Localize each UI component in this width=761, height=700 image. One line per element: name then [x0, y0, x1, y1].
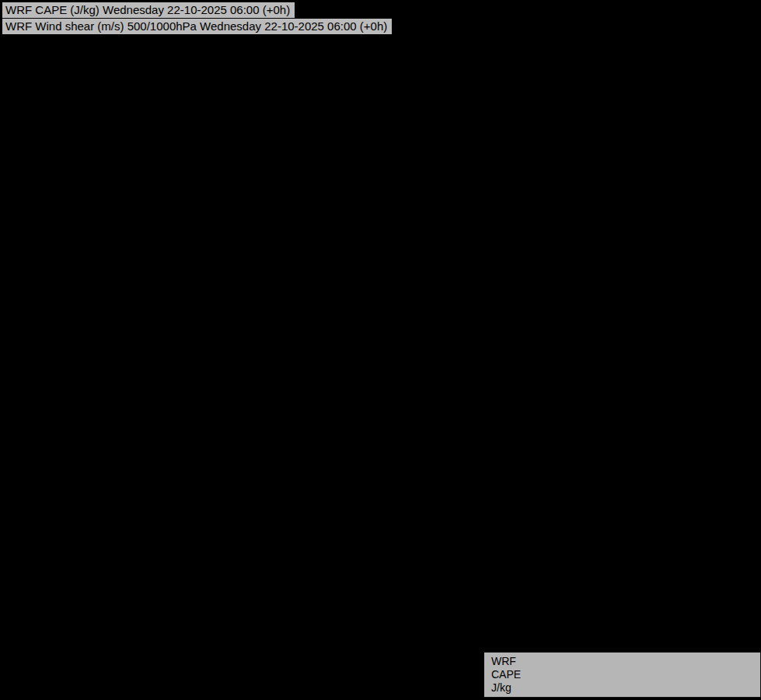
cape-legend: WRF CAPE J/kg [483, 652, 761, 698]
wrf-map-viewport: WRF CAPE (J/kg) Wednesday 22-10-2025 06:… [0, 0, 761, 700]
map-title: WRF CAPE (J/kg) Wednesday 22-10-2025 06:… [2, 2, 393, 35]
legend-model-label: WRF [491, 655, 521, 668]
title-windshear-line: WRF Wind shear (m/s) 500/1000hPa Wednesd… [2, 18, 393, 35]
title-cape-line: WRF CAPE (J/kg) Wednesday 22-10-2025 06:… [2, 2, 295, 19]
legend-unit-label: J/kg [491, 681, 521, 695]
legend-field-label: CAPE [491, 668, 521, 681]
legend-label-block: WRF CAPE J/kg [491, 655, 521, 695]
